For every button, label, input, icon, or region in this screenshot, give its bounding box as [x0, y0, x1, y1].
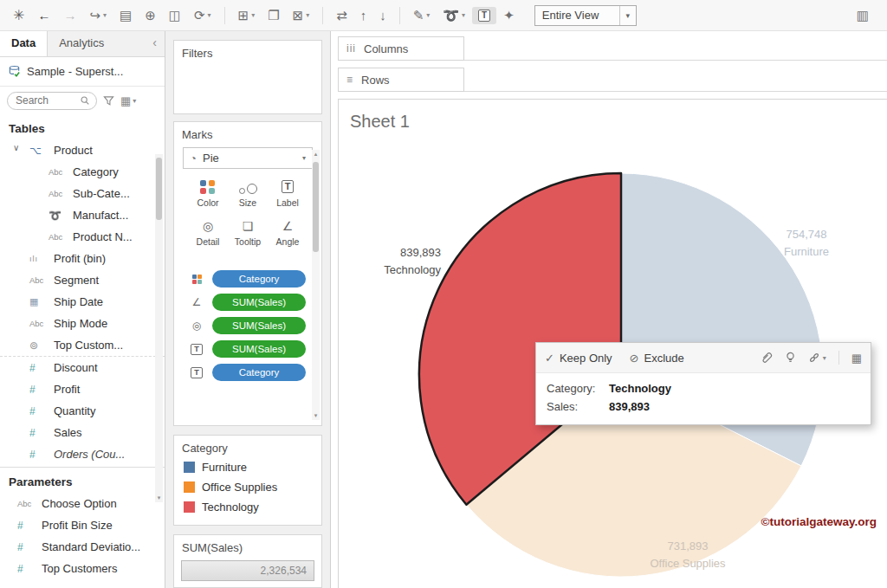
- abc-icon: Abc: [29, 275, 52, 285]
- highlight-bulb-icon[interactable]: [785, 352, 796, 364]
- scroll-up-icon[interactable]: ▴: [312, 151, 320, 158]
- marks-button-size[interactable]: Size: [228, 179, 268, 208]
- pause-auto-updates-icon[interactable]: ◫: [163, 5, 187, 26]
- show-mark-labels-icon[interactable]: T: [472, 7, 496, 24]
- swap-rows-columns-icon[interactable]: ⇄: [330, 5, 353, 26]
- marks-button-color[interactable]: Color: [188, 179, 228, 208]
- sum-sales-control[interactable]: 2,326,534: [181, 560, 314, 581]
- run-auto-updates-icon[interactable]: ⟳▾: [188, 5, 217, 26]
- scrollbar-thumb[interactable]: [156, 158, 162, 220]
- redo-icon[interactable]: →: [57, 5, 82, 25]
- tab-data[interactable]: Data: [0, 31, 48, 56]
- sheet-canvas: Sheet 1 839,893 Technology 754,748 Furni…: [338, 99, 887, 588]
- sort-ascending-icon[interactable]: ↑: [354, 5, 373, 25]
- rows-shelf[interactable]: ≡ Rows: [338, 68, 464, 92]
- field-manufact[interactable]: ➰Manufact...: [0, 204, 165, 226]
- link-dropdown[interactable]: ▾: [808, 352, 826, 364]
- replay-icon[interactable]: ↪▾: [83, 5, 113, 26]
- scroll-down-icon[interactable]: ▾: [312, 412, 320, 419]
- columns-shelf[interactable]: iii Columns: [338, 36, 464, 61]
- pill-sum-sales[interactable]: SUM(Sales): [212, 317, 306, 334]
- field-sales[interactable]: #Sales: [0, 422, 165, 443]
- marks-button-angle[interactable]: ∠Angle: [268, 218, 308, 247]
- tableau-logo-icon[interactable]: ✳: [7, 4, 30, 26]
- datasource-name: Sample - Superst...: [27, 65, 123, 78]
- clear-sheet-icon[interactable]: ⊠▾: [287, 5, 316, 26]
- field-profit-bin-size[interactable]: #Profit Bin Size: [0, 514, 165, 536]
- filter-fields-icon[interactable]: [103, 95, 114, 107]
- fit-selector[interactable]: Entire View ▾: [534, 5, 637, 26]
- chevron-down-icon: ▾: [823, 354, 826, 362]
- chevron-down-icon: ▾: [208, 11, 211, 19]
- scrollbar-thumb[interactable]: [313, 162, 319, 252]
- view-data-icon[interactable]: ▦: [851, 352, 862, 365]
- new-data-source-icon[interactable]: ⊕: [139, 5, 162, 26]
- undo-icon[interactable]: ←: [31, 5, 56, 25]
- data-pane-scrollbar[interactable]: ▾: [155, 154, 163, 502]
- field-label: Profit: [54, 383, 80, 396]
- tooltip-exclude-button[interactable]: ⊘Exclude: [630, 352, 684, 365]
- field-orders-cou[interactable]: #Orders (Cou...: [0, 443, 165, 465]
- field-choose-option[interactable]: AbcChoose Option: [0, 493, 165, 514]
- field-product[interactable]: ∨⌥Product: [0, 139, 165, 161]
- rows-shelf-row: ≡ Rows: [338, 68, 887, 92]
- field-profit[interactable]: #Profit: [0, 378, 165, 400]
- mark-type-dropdown[interactable]: ◔ Pie ▾: [183, 147, 313, 169]
- pill-category[interactable]: Category: [212, 270, 306, 288]
- duplicate-sheet-icon[interactable]: ❐: [262, 5, 285, 26]
- attachment-icon[interactable]: [761, 352, 773, 364]
- label-icon: T: [282, 179, 295, 194]
- field-discount[interactable]: #Discount: [0, 357, 165, 378]
- field-label: Discount: [54, 361, 98, 374]
- sort-descending-icon[interactable]: ↓: [373, 5, 392, 25]
- field-top-customers[interactable]: #Top Customers: [0, 558, 165, 579]
- search-input[interactable]: [7, 92, 97, 110]
- attachment-icon[interactable]: ➰▾: [437, 5, 471, 26]
- field-standard-deviatio[interactable]: #Standard Deviatio...: [0, 536, 165, 558]
- field-ship-mode[interactable]: AbcShip Mode: [0, 313, 165, 334]
- scroll-down-icon[interactable]: ▾: [155, 494, 163, 501]
- pill-sum-sales[interactable]: SUM(Sales): [212, 294, 306, 311]
- datasource-row[interactable]: Sample - Superst...: [0, 57, 165, 87]
- marks-scrollbar[interactable]: ▴ ▾: [312, 150, 320, 420]
- filters-card[interactable]: Filters: [173, 40, 322, 114]
- field-top-custom[interactable]: ⊚Top Custom...: [0, 334, 165, 357]
- tooltip-keep-only-button[interactable]: ✓Keep Only: [545, 352, 612, 365]
- field-quantity[interactable]: #Quantity: [0, 400, 165, 422]
- fix-axes-icon[interactable]: ✦: [497, 5, 521, 26]
- legend-item-technology[interactable]: Technology: [174, 497, 321, 517]
- field-segment[interactable]: AbcSegment: [0, 269, 165, 291]
- parameters-list: AbcChoose Option#Profit Bin Size#Standar…: [0, 493, 165, 579]
- marks-button-detail[interactable]: ◎Detail: [188, 218, 228, 247]
- field-category[interactable]: AbcCategory: [0, 161, 165, 183]
- save-icon[interactable]: ▤: [113, 5, 138, 26]
- search-field[interactable]: [14, 94, 80, 107]
- pill-sum-sales[interactable]: SUM(Sales): [212, 340, 306, 358]
- pill-category[interactable]: Category: [212, 364, 306, 381]
- collapse-pane-icon[interactable]: ‹: [145, 31, 165, 56]
- highlight-pen-icon[interactable]: ✎▾: [407, 5, 437, 26]
- view-mode-icon[interactable]: ▦ ▾: [120, 94, 136, 107]
- columns-shelf-drop[interactable]: [464, 36, 887, 61]
- marks-button-tooltip[interactable]: ❏Tooltip: [228, 218, 268, 247]
- hash-icon: #: [17, 541, 40, 553]
- field-sub-cate[interactable]: AbcSub-Cate...: [0, 183, 165, 204]
- chevron-down-icon: ▾: [426, 11, 430, 19]
- clip-icon: ➰: [49, 210, 71, 222]
- show-me-icon[interactable]: ▥: [851, 5, 875, 26]
- tab-analytics[interactable]: Analytics: [48, 31, 115, 56]
- tooltip-command-bar: ✓Keep Only⊘Exclude: [536, 343, 871, 373]
- legend-item-furniture[interactable]: Furniture: [174, 457, 321, 477]
- marks-card: Marks ◔ Pie ▾ ColorSizeTLabel◎Detail❏Too…: [173, 121, 322, 426]
- field-profit-bin[interactable]: ılıProfit (bin): [0, 248, 165, 269]
- expand-caret-icon[interactable]: ∨: [13, 143, 19, 152]
- rows-shelf-drop[interactable]: [464, 68, 887, 92]
- legend-item-office-supplies[interactable]: Office Supplies: [174, 477, 321, 497]
- abc-icon: Abc: [49, 232, 71, 242]
- field-product-n[interactable]: AbcProduct N...: [0, 226, 165, 248]
- filters-title: Filters: [174, 41, 321, 62]
- new-worksheet-icon[interactable]: ⊞▾: [232, 5, 262, 26]
- marks-button-label[interactable]: TLabel: [268, 179, 308, 208]
- field-ship-date[interactable]: ▦Ship Date: [0, 291, 165, 313]
- sum-sales-value: 2,326,534: [261, 565, 307, 577]
